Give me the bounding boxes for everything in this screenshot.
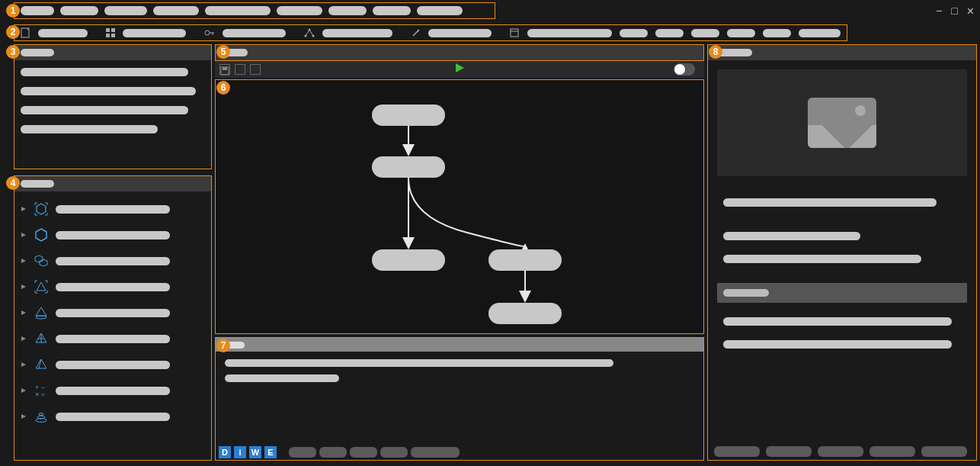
section-header[interactable]: [717, 283, 967, 303]
graph-node[interactable]: [372, 249, 445, 271]
menu-item[interactable]: [328, 6, 367, 15]
key-icon[interactable]: [204, 27, 215, 38]
tree-item[interactable]: [16, 300, 210, 326]
toolbar: [14, 24, 847, 41]
toolbar-icon[interactable]: [250, 64, 261, 75]
menu-item[interactable]: [417, 6, 463, 15]
list-item[interactable]: [21, 87, 196, 95]
maximize-button[interactable]: □: [951, 5, 957, 18]
toolbar-label[interactable]: [691, 29, 719, 37]
footer-button[interactable]: [818, 446, 863, 457]
graph-node[interactable]: [488, 303, 562, 324]
toolbar-label[interactable]: [527, 29, 612, 37]
tree-label: [56, 231, 170, 239]
file-icon[interactable]: [21, 27, 30, 38]
svg-marker-33: [21, 362, 26, 367]
toolbar-label[interactable]: [322, 29, 392, 37]
tree-item[interactable]: [16, 248, 210, 274]
graph-node[interactable]: [372, 104, 445, 126]
menu-item[interactable]: [373, 6, 411, 15]
property-row: [723, 198, 937, 207]
close-button[interactable]: ×: [967, 5, 974, 18]
toolbar-icon[interactable]: [235, 64, 245, 75]
play-button[interactable]: [454, 63, 465, 76]
save-icon[interactable]: [219, 64, 230, 75]
expand-arrow-icon[interactable]: [21, 206, 27, 212]
footer-button[interactable]: [714, 446, 760, 457]
tree-item[interactable]: + −× =: [16, 378, 210, 403]
expand-arrow-icon[interactable]: [21, 284, 27, 290]
tree-item[interactable]: [16, 403, 210, 429]
console-line: [225, 359, 613, 367]
footer-button[interactable]: [319, 447, 347, 458]
region-badge-1: 1: [6, 4, 20, 18]
pyramid-solid-icon: [33, 356, 50, 373]
tree-item[interactable]: [16, 326, 210, 352]
tree-label: [56, 309, 170, 317]
region-badge-6: 6: [216, 81, 230, 95]
tree-item[interactable]: [16, 352, 210, 378]
svg-marker-36: [21, 388, 26, 393]
list-item[interactable]: [21, 68, 188, 76]
console-panel: D i W E: [215, 337, 704, 461]
region-badge-8: 8: [709, 45, 722, 59]
toolbar-label[interactable]: [620, 29, 648, 37]
footer-button[interactable]: [766, 446, 812, 457]
menu-item[interactable]: [277, 6, 322, 15]
footer-button[interactable]: [289, 447, 316, 458]
svg-marker-20: [36, 229, 46, 241]
tree-label: [56, 361, 170, 369]
footer-button[interactable]: [921, 446, 967, 457]
minimize-button[interactable]: −: [936, 5, 942, 18]
footer-button[interactable]: [350, 447, 377, 458]
toggle-switch[interactable]: [674, 63, 695, 76]
menu-item[interactable]: [60, 6, 98, 15]
footer-button[interactable]: [870, 446, 915, 457]
tree-item[interactable]: [16, 274, 210, 300]
panel-title: [21, 49, 54, 56]
grid-icon[interactable]: [105, 27, 115, 38]
toolbar-label[interactable]: [727, 29, 755, 37]
list-item[interactable]: [21, 125, 158, 133]
graph-header: [215, 44, 704, 61]
expand-arrow-icon[interactable]: [21, 362, 27, 368]
hexagon-icon: [33, 227, 50, 243]
toolbar-label[interactable]: [428, 29, 492, 37]
filter-error-button[interactable]: E: [264, 446, 277, 458]
graph-icon[interactable]: [304, 27, 315, 38]
list-item[interactable]: [21, 106, 188, 114]
tree-item[interactable]: [16, 196, 210, 222]
toolbar-label[interactable]: [123, 29, 186, 37]
expand-arrow-icon[interactable]: [21, 258, 27, 264]
svg-marker-29: [21, 336, 26, 341]
menu-item[interactable]: [205, 6, 271, 15]
expand-arrow-icon[interactable]: [21, 336, 27, 342]
footer-button[interactable]: [380, 447, 408, 458]
expand-arrow-icon[interactable]: [21, 232, 27, 238]
hexagons-icon: [33, 252, 50, 269]
window-icon[interactable]: [510, 27, 520, 38]
arrow-icon[interactable]: [411, 27, 421, 38]
menu-item[interactable]: [21, 6, 54, 15]
tree-item[interactable]: [16, 222, 210, 248]
toolbar-label[interactable]: [763, 29, 791, 37]
graph-canvas[interactable]: [215, 79, 704, 334]
graph-node[interactable]: [372, 156, 445, 178]
filter-info-button[interactable]: i: [234, 446, 246, 458]
expand-arrow-icon[interactable]: [21, 387, 27, 394]
svg-line-12: [309, 30, 313, 36]
tree-label: [56, 413, 170, 421]
toolbar-label[interactable]: [799, 29, 841, 37]
graph-node[interactable]: [488, 249, 562, 271]
menu-item[interactable]: [104, 6, 147, 15]
svg-text:× =: × =: [35, 390, 45, 398]
toolbar-label[interactable]: [223, 29, 286, 37]
menu-item[interactable]: [153, 6, 199, 15]
expand-arrow-icon[interactable]: [21, 310, 27, 316]
footer-button[interactable]: [411, 447, 460, 458]
toolbar-label[interactable]: [38, 29, 88, 37]
filter-warn-button[interactable]: W: [249, 446, 261, 458]
filter-debug-button[interactable]: D: [219, 446, 231, 458]
toolbar-label[interactable]: [655, 29, 684, 37]
expand-arrow-icon[interactable]: [21, 413, 27, 419]
